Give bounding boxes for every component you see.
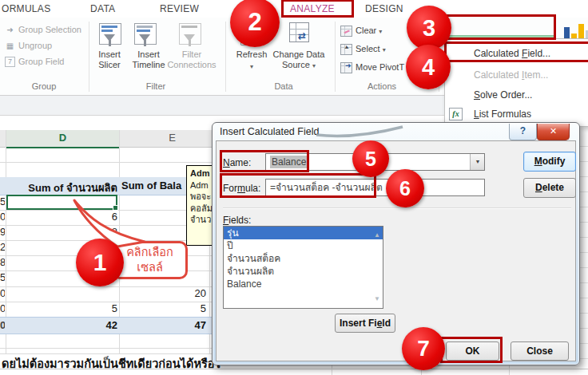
list-item[interactable]: รุ่น — [224, 227, 383, 239]
cell-c[interactable]: 0 — [0, 211, 5, 223]
filter-connections-icon — [179, 23, 201, 45]
list-item[interactable]: จำนวนสต็อค — [224, 252, 383, 265]
step-circle-2: 2 — [230, 0, 280, 47]
group-field-button[interactable]: Group Field — [18, 57, 64, 68]
separator — [223, 207, 571, 209]
annotation-box-calculated-field — [444, 41, 588, 62]
insert-field-button[interactable]: Insert Field — [335, 314, 395, 333]
total-d[interactable]: 42 — [6, 319, 117, 331]
cds-caret-icon: ▾ — [312, 62, 316, 69]
gridline — [0, 162, 212, 163]
list-item[interactable]: ปี — [224, 239, 383, 252]
cell-e[interactable]: 20 — [120, 287, 206, 299]
tab-formulas[interactable]: ORMULAS — [2, 0, 50, 18]
dialog-title: Insert Calculated Field — [220, 126, 319, 137]
data-group-label: Data — [264, 81, 304, 91]
step-circle-3: 3 — [407, 6, 451, 50]
filter-group-label: Filter — [136, 81, 176, 91]
insert-timeline-icon — [134, 23, 157, 45]
annotation-box-fields-items-sets — [440, 14, 556, 40]
move-arrow-icon: ➜ — [345, 61, 352, 69]
cell-e[interactable]: 5 — [120, 302, 206, 314]
gridline — [0, 369, 588, 369]
cell-c[interactable]: 0 — [0, 302, 5, 314]
delete-button[interactable]: Delete — [523, 178, 576, 198]
step-circle-1: 1 — [76, 239, 124, 286]
step-circle-4: 4 — [406, 45, 451, 89]
gridline — [509, 365, 510, 375]
excel-window: ORMULAS DATA REVIEW ANALYZE DESIGN ➜ Gro… — [0, 0, 588, 375]
fx-icon: fx — [449, 108, 463, 120]
scroll-down-icon[interactable]: ▼ — [374, 293, 380, 306]
total-c[interactable]: 0 — [0, 319, 5, 331]
select-caret-icon: ▾ — [383, 46, 386, 53]
column-header-d[interactable]: D — [6, 130, 119, 148]
group-group-label: Group — [24, 81, 64, 91]
modify-button[interactable]: Modify — [523, 152, 576, 172]
table-row[interactable]: 020 — [0, 287, 212, 302]
ungroup-icon: ▦ — [5, 41, 15, 51]
close-icon[interactable]: ✕ — [537, 124, 570, 140]
filter-separator — [225, 22, 226, 92]
help-button[interactable]: ? — [509, 124, 537, 140]
fields-label: Fields: — [223, 215, 251, 226]
cell-c[interactable]: 9 — [0, 226, 5, 238]
close-button[interactable]: Close — [511, 341, 569, 361]
list-item[interactable]: จำนวนผลิต — [224, 265, 383, 278]
cell-c[interactable]: 0 — [0, 287, 5, 299]
column-header-e[interactable]: E — [120, 130, 224, 148]
pivot-header-d[interactable]: Sum of จำนวนผลิต — [6, 180, 117, 196]
callout-line: เซลล์ — [114, 260, 185, 275]
cell-c[interactable]: 5 — [0, 271, 5, 283]
fields-listbox[interactable]: รุ่น ปี จำนวนสต็อค จำนวนผลิต Balance ▲ ▼ — [223, 226, 383, 309]
group-separator — [89, 22, 89, 92]
tab-data[interactable]: DATA — [90, 0, 115, 18]
gridline-strip — [580, 132, 588, 365]
clear-caret-icon: ▾ — [379, 28, 382, 35]
cell-c[interactable]: 8 — [0, 256, 5, 268]
gridline — [332, 365, 332, 375]
menu-item-list-formulas[interactable]: List Formulas — [474, 109, 531, 120]
step-circle-7: 7 — [402, 327, 445, 370]
swap-arrows-icon: ⇄ — [298, 30, 306, 41]
total-e[interactable]: 47 — [120, 319, 206, 331]
group-selection-icon: ➜ — [5, 25, 15, 35]
actions-group-label: Actions — [362, 81, 402, 91]
tab-review[interactable]: REVIEW — [160, 0, 199, 18]
list-item[interactable]: Balance — [224, 278, 383, 290]
insert-slicer-icon — [99, 23, 121, 45]
menu-item-calculated-item: Calculated Item... — [474, 69, 548, 81]
ungroup-button[interactable]: Ungroup — [18, 41, 52, 52]
callout-tail — [68, 195, 160, 248]
group-field-icon: 7 — [5, 57, 15, 67]
data-separator — [335, 22, 336, 92]
group-selection-button[interactable]: Group Selection — [18, 25, 81, 36]
menu-item-solve-order[interactable]: Solve Order... — [474, 89, 532, 101]
annotation-box-analyze — [281, 0, 354, 18]
grand-total-row[interactable]: 0 42 47 — [0, 317, 212, 334]
step-circle-5: 5 — [352, 140, 389, 177]
scroll-up-icon[interactable]: ▲ — [374, 229, 380, 242]
smudge-artifact — [312, 124, 408, 139]
cell-d[interactable]: 5 — [6, 302, 117, 314]
table-row[interactable]: 055 — [0, 302, 212, 318]
column-header-c-partial[interactable] — [0, 130, 6, 148]
pivot-header-e[interactable]: Sum of Bala — [121, 180, 181, 191]
annotation-box-name — [220, 150, 309, 172]
annotation-box-ok — [440, 337, 503, 363]
name-dropdown-icon[interactable]: ▼ — [470, 154, 485, 170]
annotation-box-formula — [220, 173, 376, 198]
cell-c[interactable]: 2 — [0, 241, 5, 253]
gridline — [0, 348, 212, 349]
tab-design[interactable]: DESIGN — [365, 0, 403, 18]
sheet-bottom-text: ดยไม่ต้องมารวมกันเป็นชีทเดียวก่อนได้หรือ… — [2, 354, 220, 373]
refresh-caret-icon: ▾ — [233, 61, 270, 72]
step-circle-6: 6 — [386, 169, 424, 207]
cell-c[interactable]: 5 — [0, 195, 5, 207]
pivot-header-row: Sum of จำนวนผลิต Sum of Bala — [0, 177, 212, 195]
